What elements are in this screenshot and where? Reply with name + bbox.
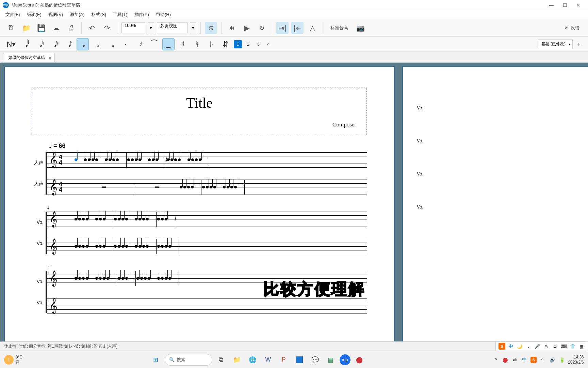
voice-1-button[interactable]: 1 [234,40,242,48]
menu-help[interactable]: 帮助(H) [153,11,174,18]
taskbar-word-icon[interactable]: W [261,353,275,367]
voice-2-button[interactable]: 2 [244,40,252,48]
note-16th-button[interactable]: 𝅘𝅥𝅯 [48,38,60,50]
tray-overflow-icon[interactable]: ^ [492,356,499,363]
menu-add[interactable]: 添加(A) [67,11,87,18]
sharp-button[interactable]: ♯ [177,38,189,50]
taskbar-musescore-icon[interactable]: mµ [340,354,350,365]
measure-notes[interactable]: 𝄽 [75,208,367,230]
rest-button[interactable]: 𝄽 [134,38,146,50]
metronome-button[interactable]: △ [306,22,318,34]
title-frame[interactable]: Title Composer [32,88,367,135]
redo-button[interactable]: ↷ [101,22,113,34]
staff[interactable]: 𝄞 [47,239,367,254]
score-composer[interactable]: Composer [43,121,356,128]
open-file-button[interactable]: 📁 [20,22,32,34]
workspace-combo[interactable]: 基础 (已修改) [538,40,573,49]
tray-wifi-icon[interactable]: ⌔ [539,356,546,363]
start-button[interactable]: ⊞ [149,353,163,367]
tab-close-icon[interactable]: ✕ [48,56,52,60]
ime-mic-icon[interactable]: 🎤 [534,343,541,350]
flat-button[interactable]: ♭ [205,38,217,50]
staff[interactable]: 4 𝄞 𝄽 [47,212,367,227]
ime-keyboard-icon[interactable]: ⌨ [560,343,567,350]
note-dot-button[interactable]: · [119,38,132,50]
taskbar-weather[interactable]: 1 8°C 雾 [4,355,22,365]
menu-format[interactable]: 格式(S) [89,11,109,18]
staff[interactable]: 𝄞44 𝄽 [47,152,367,167]
ime-moon-icon[interactable]: 🌙 [516,343,523,350]
taskbar-record-icon[interactable]: ⬤ [353,353,366,367]
tray-battery-icon[interactable]: 🔋 [558,356,565,363]
menu-edit[interactable]: 编辑(E) [24,11,44,18]
tray-volume-icon[interactable]: 🔊 [549,356,556,363]
ime-punct-icon[interactable]: ， [525,343,532,350]
loop-in-button[interactable]: ⇥| [276,22,289,34]
new-file-button[interactable]: 🗎 [5,22,17,34]
voice-4-button[interactable]: 4 [264,40,273,48]
minimize-button[interactable]: — [544,0,558,10]
menu-plugins[interactable]: 插件(P) [132,11,152,18]
tray-sogou-icon[interactable]: S [530,357,537,363]
zoom-combo[interactable]: 100% [121,22,145,33]
taskbar-ppt-icon[interactable]: P [277,353,291,367]
voice-3-button[interactable]: 3 [254,40,262,48]
note-whole-button[interactable]: 𝅝 [105,38,117,50]
ime-skin-icon[interactable]: 👕 [569,343,576,350]
tuning-label[interactable]: 标准音高 [327,25,352,31]
taskbar-explorer-icon[interactable]: 📁 [230,353,244,367]
tray-sync-icon[interactable]: ⇄ [511,356,518,363]
taskbar-clock[interactable]: 14:36 2023/2/6 [568,355,584,365]
zoom-dropdown-icon[interactable]: ▾ [148,22,154,33]
task-view-button[interactable]: ⧉ [214,353,228,367]
concert-pitch-button[interactable]: ⊕ [205,22,217,34]
measure-notes[interactable]: ━ ━ [75,176,367,198]
view-mode-combo[interactable]: 多页视图 [157,22,187,33]
ime-toolbar[interactable]: S 中 🌙 ， 🎤 ✎ Ω ⌨ 👕 ▦ [495,341,588,351]
measure-notes[interactable]: 𝄽 [75,149,367,171]
undo-button[interactable]: ↶ [86,22,98,34]
save-file-button[interactable]: 💾 [35,22,47,34]
slur-button[interactable]: ⁔ [162,38,175,50]
note-8th-button[interactable]: 𝅘𝅥𝅮 [62,38,75,50]
tie-button[interactable]: ⁀ [148,38,160,50]
document-tab[interactable]: 如愿的错位时空草稿 ✕ [3,53,55,62]
score-page-2[interactable]: 2 Vo. Vo. Vo. Vo. [402,66,588,341]
taskbar-search[interactable]: 🔍搜索 [165,354,212,366]
taskbar-chat-icon[interactable]: 💬 [308,353,322,367]
note-64th-button[interactable]: 𝅘𝅥𝅱 [19,38,32,50]
taskbar-edge-icon[interactable]: 🌐 [246,353,259,367]
ime-sogou-icon[interactable]: S [499,343,505,350]
score-title[interactable]: Title [43,95,356,111]
add-workspace-button[interactable]: + [575,40,583,48]
ime-grid-icon[interactable]: ▦ [578,343,585,350]
print-button[interactable]: 🖨 [65,22,77,34]
close-button[interactable]: ✕ [572,0,585,10]
tray-record-icon[interactable]: ⬤ [502,356,509,363]
staff[interactable]: 𝄞44 ━ ━ [47,180,367,195]
note-input-mode-button[interactable]: N▾ [5,38,17,50]
loop-button[interactable]: ↻ [256,22,268,34]
menu-file[interactable]: 文件(F) [3,11,23,18]
natural-button[interactable]: ♮ [191,38,203,50]
ime-omega-icon[interactable]: Ω [552,343,558,350]
tempo-marking[interactable]: ♩ = 66 [49,142,367,150]
maximize-button[interactable]: ☐ [558,0,572,10]
note-quarter-button[interactable]: 𝅘𝅥 [77,38,89,50]
staff[interactable]: 𝄞 [47,298,367,313]
measure-notes[interactable] [75,235,367,257]
taskbar-sheet-icon[interactable]: ▦ [324,353,338,367]
flip-button[interactable]: ⇵ [219,38,232,50]
menu-tools[interactable]: 工具(T) [110,11,130,18]
menu-view[interactable]: 视图(V) [46,11,66,18]
cloud-upload-button[interactable]: ☁ [50,22,62,34]
view-dropdown-icon[interactable]: ▾ [190,22,196,33]
taskbar-app-icon[interactable]: 🟦 [293,353,306,367]
feedback-button[interactable]: ✉反馈 [561,25,583,31]
rewind-button[interactable]: ⏮ [226,22,238,34]
note-32nd-button[interactable]: 𝅘𝅥𝅰 [34,38,46,50]
image-capture-button[interactable]: 📷 [354,22,366,34]
ime-edit-icon[interactable]: ✎ [543,343,550,350]
play-button[interactable]: ▶ [241,22,253,34]
score-page-1[interactable]: Title Composer ♩ = 66 人声 人声 𝄞44 [4,66,395,341]
